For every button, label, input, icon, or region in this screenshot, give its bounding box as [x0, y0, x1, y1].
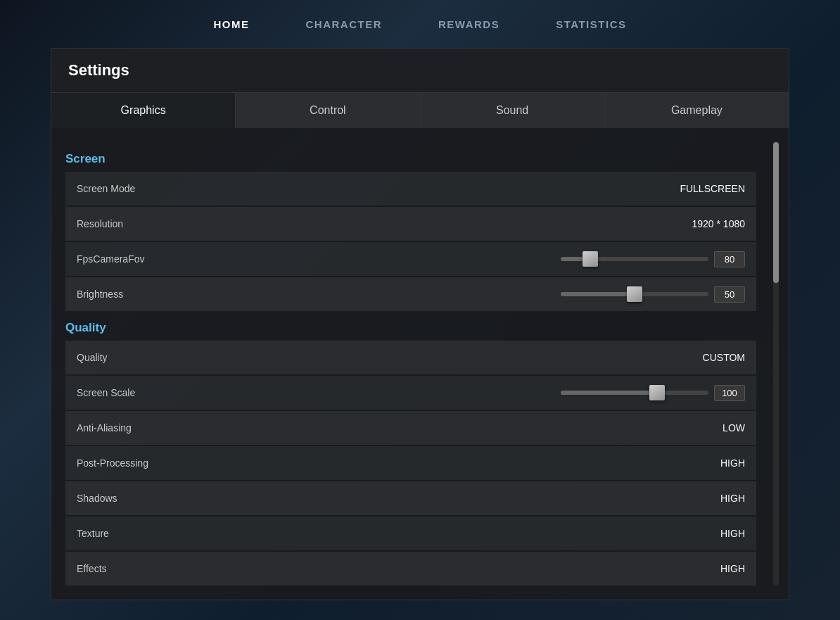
screen-mode-label: Screen Mode — [77, 183, 217, 194]
screen-mode-value[interactable]: FULLSCREEN — [675, 183, 745, 194]
fpscamerafov-value: 80 — [714, 251, 745, 267]
tab-sound[interactable]: Sound — [421, 93, 605, 128]
shadows-value[interactable]: HIGH — [675, 493, 745, 504]
section-quality-title: Quality — [65, 321, 756, 335]
screen-scale-label: Screen Scale — [77, 387, 217, 398]
scrollbar-thumb[interactable] — [773, 142, 779, 283]
resolution-value[interactable]: 1920 * 1080 — [675, 218, 745, 229]
brightness-value: 50 — [714, 286, 745, 303]
fpscamerafov-label: FpsCameraFov — [77, 253, 217, 265]
resolution-label: Resolution — [77, 218, 217, 229]
tab-control[interactable]: Control — [236, 93, 420, 128]
screen-scale-slider-fill — [561, 391, 657, 395]
post-processing-value[interactable]: HIGH — [675, 457, 745, 469]
screen-scale-value: 100 — [714, 385, 745, 401]
brightness-label: Brightness — [77, 289, 217, 300]
setting-row-brightness: Brightness 50 — [65, 277, 756, 311]
texture-label: Texture — [77, 528, 217, 539]
fpscamerafov-slider-track[interactable] — [561, 257, 708, 261]
scrollbar-track[interactable] — [773, 142, 779, 586]
shadows-label: Shadows — [77, 493, 217, 504]
anti-aliasing-value[interactable]: LOW — [675, 422, 745, 434]
nav-character[interactable]: CHARACTER — [299, 14, 390, 34]
settings-content: Screen Screen Mode FULLSCREEN Resolution… — [51, 128, 789, 600]
fpscamerafov-slider-container: 80 — [561, 251, 745, 267]
settings-header: Settings — [51, 49, 789, 93]
setting-row-anti-aliasing: Anti-Aliasing LOW — [65, 411, 756, 445]
section-screen-title: Screen — [65, 152, 756, 166]
setting-row-texture: Texture HIGH — [65, 517, 756, 550]
setting-row-screen-scale: Screen Scale 100 — [65, 376, 756, 410]
tab-graphics[interactable]: Graphics — [51, 93, 236, 128]
setting-row-resolution: Resolution 1920 * 1080 — [65, 207, 756, 241]
setting-row-fpscamerafov: FpsCameraFov 80 — [65, 242, 756, 276]
texture-value[interactable]: HIGH — [675, 528, 745, 539]
screen-scale-slider-track[interactable] — [561, 391, 708, 395]
anti-aliasing-label: Anti-Aliasing — [77, 422, 217, 434]
nav-statistics[interactable]: STATISTICS — [549, 14, 633, 34]
setting-row-screen-mode: Screen Mode FULLSCREEN — [65, 172, 756, 205]
settings-tabs: Graphics Control Sound Gameplay — [51, 93, 789, 128]
settings-title: Settings — [68, 61, 129, 79]
setting-row-effects: Effects HIGH — [65, 552, 756, 586]
brightness-slider-track[interactable] — [561, 292, 708, 296]
settings-panel: Settings Graphics Control Sound Gameplay… — [51, 48, 789, 600]
quality-value[interactable]: CUSTOM — [675, 352, 745, 363]
nav-rewards[interactable]: REWARDS — [431, 14, 507, 34]
brightness-slider-thumb[interactable] — [627, 286, 642, 302]
brightness-slider-fill — [561, 292, 635, 296]
settings-scroll: Screen Screen Mode FULLSCREEN Resolution… — [51, 135, 770, 593]
top-nav: HOME CHARACTER REWARDS STATISTICS — [0, 0, 840, 48]
screen-scale-slider-thumb[interactable] — [649, 385, 665, 400]
effects-value[interactable]: HIGH — [675, 563, 745, 574]
post-processing-label: Post-Processing — [77, 457, 217, 469]
setting-row-shadows: Shadows HIGH — [65, 481, 756, 515]
screen-scale-slider-container: 100 — [561, 385, 745, 401]
effects-label: Effects — [77, 563, 217, 574]
tab-gameplay[interactable]: Gameplay — [605, 93, 789, 128]
brightness-slider-container: 50 — [561, 286, 745, 303]
setting-row-quality: Quality CUSTOM — [65, 341, 756, 374]
fpscamerafov-slider-thumb[interactable] — [583, 251, 598, 267]
setting-row-post-processing: Post-Processing HIGH — [65, 446, 756, 480]
quality-label: Quality — [77, 352, 217, 363]
nav-home[interactable]: HOME — [207, 14, 257, 34]
